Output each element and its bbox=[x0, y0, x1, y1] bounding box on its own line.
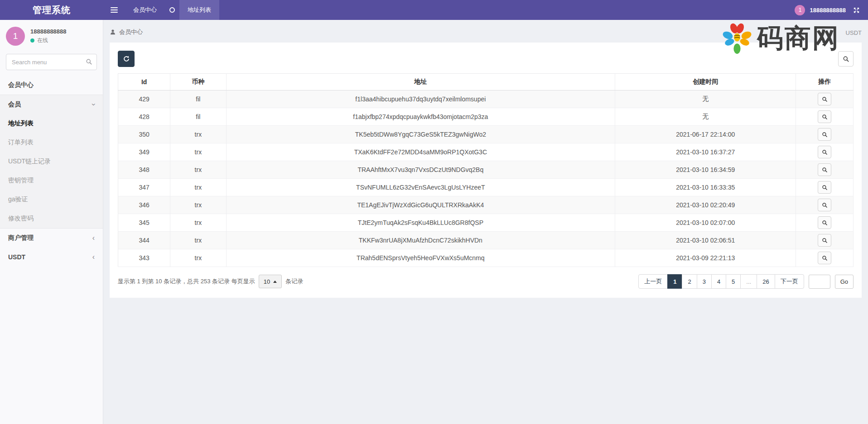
cell-created: 2021-03-10 02:20:49 bbox=[615, 196, 796, 214]
sidebar-item-label: USDT链上记录 bbox=[8, 157, 51, 166]
cell-coin: trx bbox=[170, 126, 226, 143]
cell-created: 2021-03-10 02:06:51 bbox=[615, 232, 796, 249]
pagination: 上一页12345...26下一页 Go bbox=[638, 274, 854, 289]
cell-id: 429 bbox=[118, 91, 170, 108]
cell-id: 347 bbox=[118, 179, 170, 196]
page-button-3[interactable]: 3 bbox=[697, 274, 712, 289]
column-header-address[interactable]: 地址 bbox=[226, 74, 615, 91]
avatar[interactable]: 1 bbox=[795, 5, 805, 15]
page-prev-button[interactable]: 上一页 bbox=[638, 274, 668, 289]
page-button-2[interactable]: 2 bbox=[682, 274, 697, 289]
summary-suffix: 条记录 bbox=[285, 277, 303, 286]
fullscreen-icon[interactable] bbox=[853, 7, 860, 14]
sidebar-user-panel: 1 18888888888 在线 bbox=[0, 20, 103, 51]
page-next-button[interactable]: 下一页 bbox=[775, 274, 804, 289]
goto-page-input[interactable] bbox=[809, 275, 830, 289]
online-status: 在线 bbox=[30, 37, 67, 44]
sidebar-item-member[interactable]: 会员› bbox=[0, 95, 103, 114]
cell-coin: trx bbox=[170, 214, 226, 232]
sidebar-item-label: 修改密码 bbox=[8, 214, 34, 223]
cell-id: 349 bbox=[118, 143, 170, 161]
sidebar-username: 18888888888 bbox=[30, 28, 67, 35]
page-size-value: 10 bbox=[264, 278, 270, 285]
view-address-button[interactable] bbox=[818, 128, 831, 141]
cell-created: 2021-06-17 22:14:00 bbox=[615, 126, 796, 143]
page-size-dropdown[interactable]: 10 bbox=[259, 275, 282, 288]
view-address-button[interactable] bbox=[818, 199, 831, 211]
table-header-row: Id 币种 地址 创建时间 操作 bbox=[118, 74, 854, 91]
sidebar-item-order-list[interactable]: 订单列表 bbox=[0, 133, 103, 152]
table-row: 344trxTKKFw3nrUA8jXMuAfzhDcnC72skikhHVDn… bbox=[118, 232, 854, 249]
nav-tab-address-list[interactable]: 地址列表 bbox=[179, 0, 219, 20]
cell-id: 346 bbox=[118, 196, 170, 214]
chevron-left-icon: ‹ bbox=[92, 253, 95, 261]
view-address-button[interactable] bbox=[818, 146, 831, 158]
view-address-button[interactable] bbox=[818, 181, 831, 194]
view-address-button[interactable] bbox=[818, 234, 831, 247]
sidebar-item-label: 订单列表 bbox=[8, 138, 34, 147]
sidebar-item-merchant-management[interactable]: 商户管理‹ bbox=[0, 229, 103, 248]
cell-id: 345 bbox=[118, 214, 170, 232]
cell-id: 350 bbox=[118, 126, 170, 143]
cell-action bbox=[796, 161, 854, 179]
cell-created: 2021-03-10 16:37:27 bbox=[615, 143, 796, 161]
page-button-26[interactable]: 26 bbox=[757, 274, 775, 289]
nav-tab-member-center[interactable]: 会员中心 bbox=[125, 0, 165, 20]
view-address-button[interactable] bbox=[818, 163, 831, 176]
table-row: 345trxTJtE2ymTuqAk2sFsqKu4BkLLUc8GR8fQSP… bbox=[118, 214, 854, 232]
table-row: 347trxTSvNFUMLL6zG32vEnSAevc3LgUsLYHzeeT… bbox=[118, 179, 854, 196]
view-address-button[interactable] bbox=[818, 93, 831, 105]
cell-created: 无 bbox=[615, 108, 796, 126]
sidebar-item-member-center[interactable]: 会员中心 bbox=[0, 76, 103, 95]
cell-id: 428 bbox=[118, 108, 170, 126]
go-button[interactable]: Go bbox=[835, 275, 854, 289]
top-navbar: 管理系统 会员中心 地址列表 1 18888888888 bbox=[0, 0, 868, 20]
column-header-action[interactable]: 操作 bbox=[796, 74, 854, 91]
column-header-id[interactable]: Id bbox=[118, 74, 170, 91]
sidebar-menu: 会员中心会员›地址列表订单列表USDT链上记录密钥管理ga验证修改密码商户管理‹… bbox=[0, 76, 103, 267]
cell-action bbox=[796, 126, 854, 143]
sidebar-submenu: 会员›地址列表订单列表USDT链上记录密钥管理ga验证修改密码 bbox=[0, 95, 103, 229]
cell-action bbox=[796, 196, 854, 214]
sidebar-item-key-management[interactable]: 密钥管理 bbox=[0, 171, 103, 190]
sidebar-item-label: 会员 bbox=[8, 100, 21, 109]
summary-text: 显示第 1 到第 10 条记录，总共 253 条记录 每页显示 bbox=[118, 277, 255, 286]
cell-address: TKKFw3nrUA8jXMuAfzhDcnC72skikhHVDn bbox=[226, 232, 615, 249]
table-row: 348trxTRAAhftMxX7vu3qn7VxsDCzUt9NDGvq2Bq… bbox=[118, 161, 854, 179]
cell-address: f1abjxfbp274xpdqcpuaykwkfb43omjotacm2p3z… bbox=[226, 108, 615, 126]
refresh-button[interactable] bbox=[118, 51, 135, 67]
sidebar-item-label: 地址列表 bbox=[8, 119, 34, 128]
page-button-1[interactable]: 1 bbox=[667, 274, 682, 289]
column-header-created[interactable]: 创建时间 bbox=[615, 74, 796, 91]
search-icon bbox=[843, 56, 849, 62]
cell-id: 348 bbox=[118, 161, 170, 179]
caret-up-icon bbox=[273, 281, 277, 283]
sidebar-item-address-list[interactable]: 地址列表 bbox=[0, 114, 103, 133]
breadcrumb-label: 会员中心 bbox=[119, 28, 143, 36]
sidebar-item-usdt[interactable]: USDT‹ bbox=[0, 248, 103, 267]
table-footer: 显示第 1 到第 10 条记录，总共 253 条记录 每页显示 10 条记录 上… bbox=[118, 274, 854, 289]
refresh-tab-icon[interactable] bbox=[165, 0, 179, 20]
view-address-button[interactable] bbox=[818, 110, 831, 123]
sidebar-item-usdt-chain-records[interactable]: USDT链上记录 bbox=[0, 152, 103, 171]
sidebar-item-label: 密钥管理 bbox=[8, 176, 34, 185]
sidebar: 1 18888888888 在线 会员中心会员›地址列表订单列表USDT链上记录… bbox=[0, 20, 103, 424]
menu-search-input[interactable] bbox=[6, 54, 97, 70]
view-address-button[interactable] bbox=[818, 216, 831, 229]
column-header-coin[interactable]: 币种 bbox=[170, 74, 226, 91]
table-row: 346trxTE1AgEJivTjWzXdGicG6uQULTRXRkaAkK4… bbox=[118, 196, 854, 214]
sidebar-item-ga-verify[interactable]: ga验证 bbox=[0, 190, 103, 209]
online-dot-icon bbox=[30, 38, 34, 43]
page-button-5[interactable]: 5 bbox=[726, 274, 741, 289]
cell-action bbox=[796, 179, 854, 196]
page-button-4[interactable]: 4 bbox=[711, 274, 726, 289]
refresh-icon bbox=[123, 55, 130, 62]
sidebar-toggle-icon[interactable] bbox=[103, 0, 125, 20]
view-address-button[interactable] bbox=[818, 252, 831, 264]
sidebar-item-change-password[interactable]: 修改密码 bbox=[0, 209, 103, 228]
navbar-username[interactable]: 18888888888 bbox=[810, 7, 846, 14]
navbar-tabs: 会员中心 地址列表 bbox=[103, 0, 795, 20]
records-summary: 显示第 1 到第 10 条记录，总共 253 条记录 每页显示 10 条记录 bbox=[118, 275, 303, 288]
toggle-search-button[interactable] bbox=[838, 51, 854, 67]
table-row: 349trxTXaK6KtdFF2e72MDD4saMM9oRP1QXotG3C… bbox=[118, 143, 854, 161]
